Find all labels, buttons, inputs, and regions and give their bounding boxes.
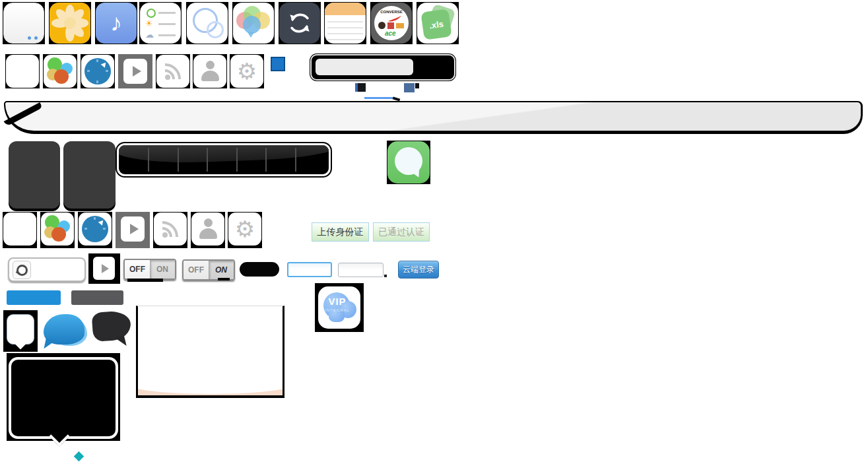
dark-card	[9, 141, 60, 209]
segment-divider	[236, 148, 238, 172]
settings-gear-icon[interactable]: ⚙	[228, 212, 262, 248]
user-head	[204, 218, 213, 227]
search-button[interactable]	[416, 55, 454, 79]
verified-button[interactable]: 已通过认证	[373, 222, 430, 242]
toggle-on-label: ON	[150, 260, 175, 279]
sprite-fragment	[415, 83, 419, 88]
bubble-body	[92, 310, 132, 342]
bubble-tail-notch	[49, 426, 69, 446]
color-circles-icon[interactable]	[43, 54, 77, 88]
speech-bubble-white-icon	[3, 310, 38, 352]
black-pill-button[interactable]	[240, 262, 279, 277]
play-video-icon[interactable]	[118, 54, 152, 88]
blank-white-icon[interactable]	[5, 54, 40, 88]
chat-bubbles-icon[interactable]	[232, 2, 275, 44]
gray-flat-button[interactable]	[71, 290, 123, 305]
xls-front-shape: .xls	[420, 9, 451, 40]
blue-bubble-icon	[243, 16, 261, 34]
magnifier-box	[13, 261, 31, 279]
cloud-login-label: 云端登录	[403, 264, 434, 275]
blue-flat-button[interactable]	[7, 290, 61, 305]
xls-file-icon[interactable]: .xls	[417, 2, 459, 44]
upload-id-button[interactable]: 上传身份证	[312, 222, 369, 242]
panel-arc-mask	[136, 368, 284, 394]
clock-tick	[106, 70, 108, 72]
checklist-icon[interactable]: ☀ ☁	[139, 2, 182, 44]
blue-clock-icon[interactable]	[78, 212, 112, 248]
segmented-tab-bar[interactable]	[117, 143, 331, 176]
red-logo-icon	[387, 22, 394, 29]
sprite-fragment	[355, 83, 366, 92]
bubble-body	[9, 357, 118, 439]
flower-glyph-icon	[50, 3, 90, 44]
play-button[interactable]	[93, 257, 115, 280]
toggle-off-label: OFF	[184, 261, 209, 279]
blue-clock-icon[interactable]	[81, 54, 115, 88]
sync-refresh-icon[interactable]	[279, 2, 321, 44]
search-bar[interactable]	[310, 54, 455, 81]
brand-ace-label: ace	[385, 30, 396, 37]
text-input-focused[interactable]	[287, 262, 332, 277]
cloud-login-button[interactable]: 云端登录	[398, 261, 439, 279]
ribbon-bar	[4, 101, 863, 134]
small-ring-icon	[207, 21, 224, 38]
user-profile-icon[interactable]	[191, 212, 225, 248]
sprite-fragment	[364, 97, 394, 99]
ribbon-swoosh	[4, 102, 43, 127]
segment-divider	[265, 148, 267, 172]
toggle-switch-off[interactable]: OFF ON	[123, 259, 176, 280]
rss-feed-icon[interactable]	[153, 212, 187, 248]
user-body	[201, 71, 219, 81]
play-video-icon[interactable]	[116, 212, 150, 248]
rss-glyph-icon	[162, 60, 184, 82]
sprite-fragment	[384, 275, 387, 277]
segment-divider	[295, 148, 296, 172]
brand-logos-icon[interactable]: CONVERSE ace	[370, 2, 413, 44]
text-input[interactable]	[338, 263, 384, 277]
panel-card	[136, 306, 284, 398]
bubble-tail	[248, 32, 254, 38]
sprite-sheet-canvas: { "texts": { "xls_label": ".xls", "brand…	[0, 0, 868, 462]
color-circles-icon[interactable]	[40, 212, 75, 248]
notes-line	[327, 21, 363, 22]
list-line	[158, 12, 176, 14]
list-line	[158, 34, 176, 36]
notes-icon[interactable]	[324, 2, 366, 44]
green-ring-icon	[147, 9, 156, 18]
bubble-tail	[115, 336, 126, 348]
clock-tick	[103, 228, 106, 230]
list-line	[158, 23, 176, 25]
sprite-fragment	[404, 83, 415, 92]
notes-line	[327, 39, 363, 40]
sprite-fragment-teal	[74, 451, 84, 462]
play-button-patch	[88, 253, 120, 284]
orange-circle	[51, 227, 66, 242]
blue-square-swatch	[271, 57, 285, 71]
speech-bubble-blue-icon	[44, 313, 88, 352]
search-field[interactable]	[8, 257, 86, 282]
sync-arrows-icon	[285, 9, 314, 38]
vip-title: VIP	[318, 296, 356, 307]
user-head	[206, 61, 215, 69]
device-icon[interactable]	[3, 2, 45, 44]
rss-feed-icon[interactable]	[156, 54, 190, 88]
user-profile-icon[interactable]	[193, 54, 227, 88]
play-triangle-icon	[133, 66, 141, 77]
speech-bubble-large-black-icon	[7, 353, 120, 441]
user-body	[199, 228, 217, 239]
search-input[interactable]	[316, 59, 413, 75]
blue-circles-icon[interactable]	[186, 2, 228, 44]
flower-photos-icon[interactable]	[49, 2, 91, 44]
sprite-fragment	[127, 279, 163, 282]
settings-gear-icon[interactable]: ⚙	[230, 54, 264, 88]
swoosh-icon	[387, 16, 402, 22]
device-dot-icon	[28, 36, 31, 40]
device-dot-icon	[34, 36, 38, 40]
music-note-icon[interactable]: ♪	[95, 2, 137, 44]
vip-integral-icon[interactable]: VIP INTEGRAL	[315, 283, 364, 332]
blank-white-icon[interactable]	[3, 212, 37, 248]
segment-divider	[178, 148, 179, 172]
orange-logo-icon	[396, 23, 404, 28]
gear-glyph-icon: ⚙	[237, 60, 257, 82]
message-bubble-green-icon[interactable]	[387, 141, 430, 184]
